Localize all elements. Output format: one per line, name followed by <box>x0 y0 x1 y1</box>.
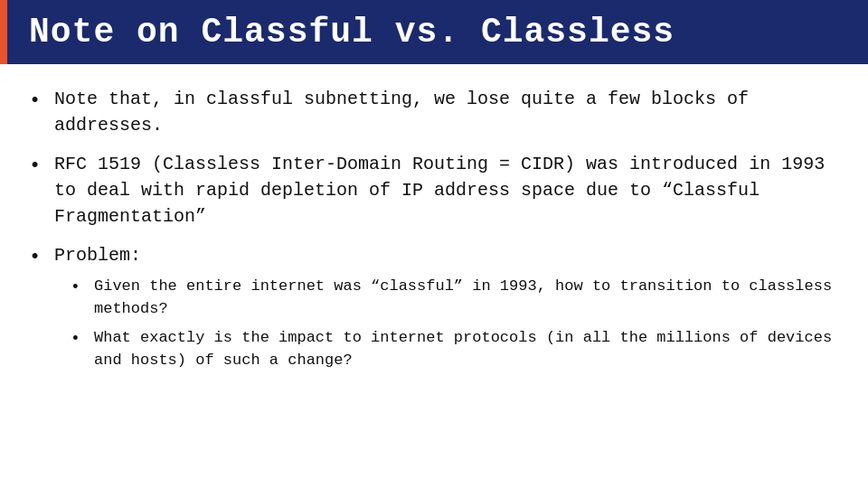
bullet-item-3: • Problem: • Given the entire internet w… <box>29 242 839 380</box>
slide: Note on Classful vs. Classless • Note th… <box>0 0 868 488</box>
sub-bullet-item-1: • Given the entire internet was “classfu… <box>71 276 839 320</box>
bullet-dot-2: • <box>29 152 49 181</box>
sub-bullet-dot-2: • <box>71 327 89 351</box>
sub-bullet-list: • Given the entire internet was “classfu… <box>54 276 839 372</box>
sub-bullet-dot-1: • <box>71 276 89 299</box>
sub-bullet-text-2: What exactly is the impact to internet p… <box>94 327 839 371</box>
bullet-item-2: • RFC 1519 (Classless Inter-Domain Routi… <box>29 151 839 230</box>
bullet-text-1: Note that, in classful subnetting, we lo… <box>54 86 839 138</box>
bullet-dot-1: • <box>29 87 49 116</box>
bullet-text-3: Problem: • Given the entire internet was… <box>54 242 839 380</box>
slide-title: Note on Classful vs. Classless <box>29 13 846 52</box>
slide-header: Note on Classful vs. Classless <box>0 0 868 64</box>
bullet-3-label: Problem: <box>54 245 141 266</box>
sub-bullet-item-2: • What exactly is the impact to internet… <box>71 327 839 371</box>
bullet-dot-3: • <box>29 243 49 272</box>
main-bullet-list: • Note that, in classful subnetting, we … <box>29 86 839 380</box>
slide-body: • Note that, in classful subnetting, we … <box>0 64 868 488</box>
bullet-text-2: RFC 1519 (Classless Inter-Domain Routing… <box>54 151 839 230</box>
sub-bullet-text-1: Given the entire internet was “classful”… <box>94 276 839 320</box>
bullet-item-1: • Note that, in classful subnetting, we … <box>29 86 839 138</box>
